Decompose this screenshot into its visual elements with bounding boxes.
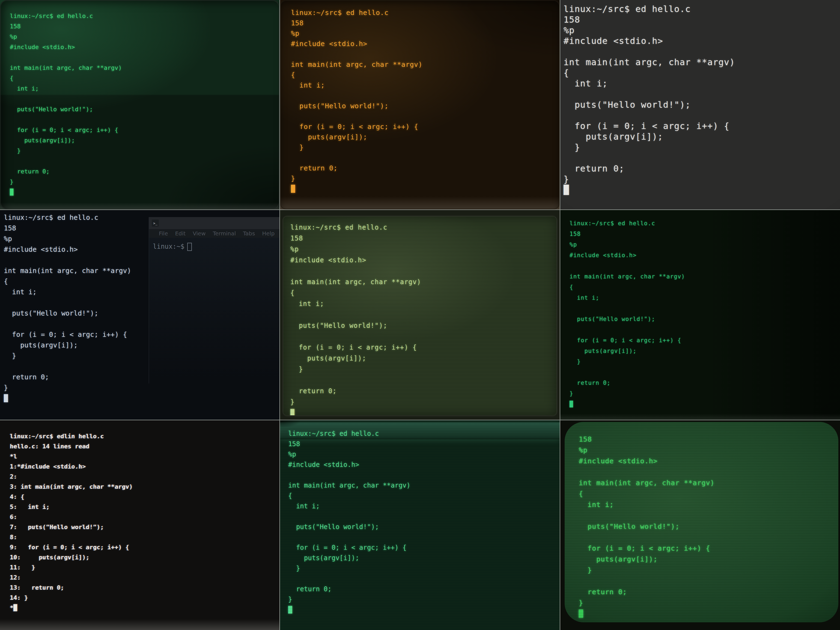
terminal-text: linux:~/src$ ed hello.c 158 %p #include … [560, 210, 840, 410]
ghost-window-titlebar: >_ [149, 217, 279, 229]
crt-panel-teal-band: linux:~/src$ ed hello.c 158 %p #include … [280, 420, 560, 630]
ghost-terminal-window: >_ File Edit View Terminal Tabs Help lin… [149, 217, 279, 383]
terminal-text: linux:~/src$ edlin hello.c hello.c: 14 l… [0, 420, 279, 613]
menu-item-edit: Edit [175, 230, 186, 237]
bezel-reflection [280, 196, 560, 209]
bezel-reflection [560, 414, 840, 420]
terminal-text: linux:~/src$ ed hello.c 158 %p #include … [280, 0, 560, 194]
crt-panel-pale-blue: linux:~/src$ ed hello.c 158 %p #include … [0, 210, 279, 420]
menu-item-tabs: Tabs [243, 230, 255, 237]
crt-panel-green-phosphor: linux:~/src$ ed hello.c 158 %p #include … [0, 0, 279, 209]
crt-panel-thin-green: linux:~/src$ ed hello.c 158 %p #include … [560, 210, 840, 420]
terminal-text: linux:~/src$ ed hello.c 158 %p #include … [280, 420, 560, 615]
terminal-icon: >_ [152, 219, 159, 227]
terminal-text: linux:~/src$ ed hello.c 158 %p #include … [283, 217, 556, 415]
menu-item-view: View [193, 230, 205, 237]
menu-item-file: File [159, 230, 168, 237]
crt-panel-dos-edlin: linux:~/src$ edlin hello.c hello.c: 14 l… [0, 420, 279, 630]
ghost-hollow-cursor [187, 243, 192, 251]
crt-screen: linux:~/src$ ed hello.c 158 %p #include … [283, 217, 556, 415]
terminal-text: linux:~/src$ ed hello.c 158 %p #include … [560, 0, 840, 195]
ghost-window-menubar: File Edit View Terminal Tabs Help [149, 229, 279, 238]
crt-montage-grid: linux:~/src$ ed hello.c 158 %p #include … [0, 0, 840, 630]
terminal-text: linux:~/src$ ed hello.c 158 %p #include … [0, 0, 279, 197]
menu-item-terminal: Terminal [213, 230, 236, 237]
crt-panel-amber-phosphor: linux:~/src$ ed hello.c 158 %p #include … [280, 0, 560, 209]
ghost-window-body: linux:~$ [149, 238, 279, 387]
crt-panel-green-scanlines: linux:~/src$ ed hello.c 158 %p #include … [280, 210, 560, 420]
crt-screen: 158 %p #include <stdio.h> int main(int a… [565, 422, 838, 622]
crt-panel-white-mono: linux:~/src$ ed hello.c 158 %p #include … [560, 0, 840, 209]
menu-item-help: Help [262, 230, 275, 237]
terminal-text: 158 %p #include <stdio.h> int main(int a… [565, 422, 838, 619]
crt-panel-vintage-zoomed: 158 %p #include <stdio.h> int main(int a… [560, 420, 840, 630]
bezel-reflection [0, 619, 279, 630]
ghost-prompt: linux:~$ [153, 243, 185, 250]
bezel-reflection [0, 202, 279, 209]
